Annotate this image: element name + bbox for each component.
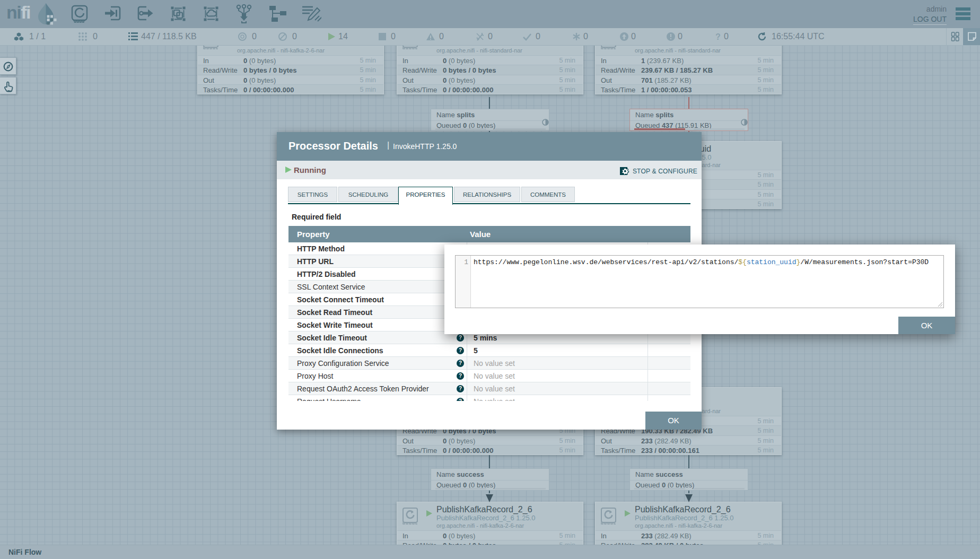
svg-text:?: ? xyxy=(715,32,721,41)
